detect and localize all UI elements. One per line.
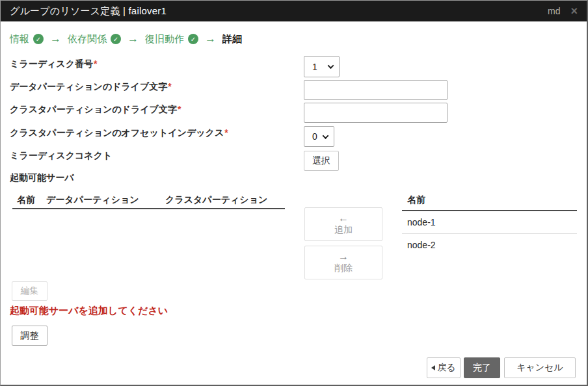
remove-server-label: 削除 [334, 263, 353, 274]
startable-servers-label: 起動可能サーバ [10, 172, 74, 184]
offset-index-select[interactable]: 0 [304, 126, 334, 147]
table-row-node-1[interactable]: node-1 [402, 211, 577, 234]
dialog-title: グループのリソース定義 | failover1 [10, 5, 167, 18]
mirror-disk-number-label: ミラーディスク番号* [10, 58, 97, 70]
mirror-disk-number-select[interactable]: 1 [304, 56, 340, 77]
back-button-label: 戻る [437, 362, 455, 374]
step-details: 詳細 [222, 33, 242, 45]
back-button[interactable]: 戻る [427, 357, 461, 378]
check-circle-icon: ✓ [33, 34, 44, 44]
check-circle-icon: ✓ [188, 34, 198, 44]
mirror-disk-connect-label: ミラーディスクコネクト [10, 150, 112, 162]
step-arrow-icon: → [205, 32, 216, 45]
cluster-partition-drive-input[interactable] [304, 103, 448, 123]
selected-servers-header-rule [12, 208, 285, 209]
step-details-label: 詳細 [222, 33, 242, 45]
available-servers-col-name: 名前 [402, 193, 577, 211]
resource-type-badge: md [548, 6, 560, 16]
required-asterisk: * [168, 81, 171, 92]
remove-server-button[interactable]: → 削除 [304, 246, 382, 279]
required-asterisk: * [224, 127, 228, 138]
selected-servers-col-cluster-partition: クラスタパーティション [165, 194, 267, 206]
step-dependency-label: 依存関係 [68, 33, 107, 45]
available-servers-table: 名前 node-1 node-2 [402, 193, 577, 256]
cluster-partition-drive-label: クラスタパーティションのドライブ文字* [10, 104, 181, 116]
tune-button[interactable]: 調整 [12, 326, 47, 346]
step-recovery[interactable]: 復旧動作 ✓ [145, 33, 198, 45]
validation-warning-text: 起動可能サーバを追加してください [10, 305, 168, 317]
wizard-steps: 情報 ✓ → 依存関係 ✓ → 復旧動作 ✓ → 詳細 [10, 32, 242, 45]
data-partition-drive-label: データパーティションのドライブ文字* [10, 81, 172, 93]
mirror-disk-number-value: 1 [312, 62, 317, 72]
check-circle-icon: ✓ [111, 34, 121, 44]
step-arrow-icon: → [127, 32, 139, 45]
offset-index-label: クラスタパーティションのオフセットインデックス* [10, 127, 228, 139]
data-partition-drive-input[interactable] [304, 80, 448, 100]
step-info-label: 情報 [10, 33, 29, 45]
required-asterisk: * [178, 104, 181, 114]
left-arrow-icon: ← [338, 213, 349, 224]
add-server-label: 追加 [334, 224, 353, 236]
required-asterisk: * [94, 58, 97, 69]
selected-servers-col-name: 名前 [17, 194, 35, 206]
chevron-down-icon [328, 62, 334, 69]
step-recovery-label: 復旧動作 [145, 33, 184, 45]
step-arrow-icon: → [50, 32, 61, 45]
dialog-titlebar: グループのリソース定義 | failover1 md × [1, 1, 587, 21]
back-arrow-icon [431, 365, 435, 370]
group-resource-definition-dialog: グループのリソース定義 | failover1 md × 情報 ✓ → 依存関係… [0, 0, 588, 386]
edit-button[interactable]: 編集 [12, 281, 47, 301]
mirror-disk-connect-select-button[interactable]: 選択 [304, 151, 339, 171]
add-server-button[interactable]: ← 追加 [304, 207, 382, 241]
offset-index-value: 0 [312, 131, 317, 142]
close-icon[interactable]: × [570, 5, 578, 17]
finish-button[interactable]: 完了 [464, 357, 500, 378]
selected-servers-col-data-partition: データパーティション [46, 194, 139, 206]
cancel-button[interactable]: キャンセル [504, 357, 576, 378]
chevron-down-icon [323, 133, 329, 139]
right-arrow-icon: → [338, 251, 349, 262]
table-row-node-2[interactable]: node-2 [402, 234, 577, 256]
step-info[interactable]: 情報 ✓ [10, 33, 44, 45]
step-dependency[interactable]: 依存関係 ✓ [68, 33, 121, 45]
